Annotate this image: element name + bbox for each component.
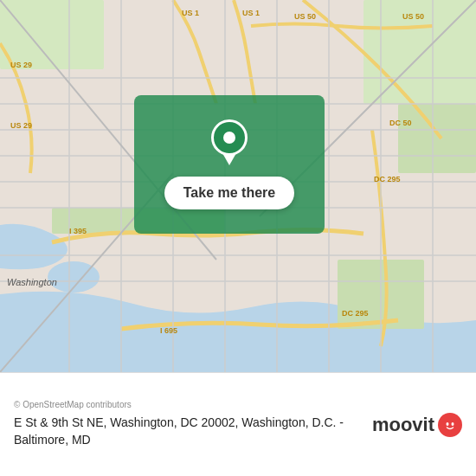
moovit-icon: [438, 413, 462, 437]
svg-text:US 50: US 50: [294, 12, 316, 21]
svg-point-39: [447, 422, 449, 426]
address-label: E St & 9th St NE, Washington, DC 20002, …: [14, 415, 362, 448]
svg-rect-3: [0, 0, 104, 69]
moovit-text: moovit: [372, 414, 434, 436]
svg-text:US 1: US 1: [242, 9, 260, 17]
svg-rect-5: [398, 104, 476, 173]
svg-point-38: [443, 418, 457, 432]
svg-text:I 395: I 395: [69, 227, 87, 235]
svg-text:US 1: US 1: [182, 9, 199, 17]
svg-text:DC 295: DC 295: [374, 175, 401, 183]
svg-text:US 29: US 29: [10, 61, 32, 69]
svg-text:US 29: US 29: [10, 121, 32, 130]
moovit-logo: moovit: [372, 413, 462, 437]
info-text-block: © OpenStreetMap contributors E St & 9th …: [14, 400, 362, 448]
svg-text:I 695: I 695: [160, 326, 177, 335]
map-overlay: Take me there: [134, 95, 325, 234]
svg-text:US 50: US 50: [402, 12, 424, 21]
svg-text:DC 295: DC 295: [342, 309, 369, 318]
take-me-there-button[interactable]: Take me there: [164, 177, 294, 209]
svg-text:DC 50: DC 50: [389, 119, 412, 127]
location-pin-icon: [211, 119, 248, 164]
svg-text:Washington: Washington: [7, 277, 57, 287]
map-credit: © OpenStreetMap contributors: [14, 400, 362, 409]
svg-point-40: [452, 422, 454, 426]
map-container: US 29 US 29 US 1 US 1 US 50 US 50 DC 50 …: [0, 0, 476, 372]
info-panel: © OpenStreetMap contributors E St & 9th …: [0, 372, 476, 476]
